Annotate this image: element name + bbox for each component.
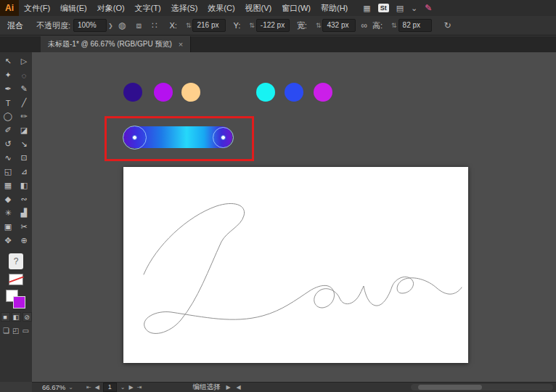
artboard-tool[interactable]: ▣ [0,220,16,234]
color-button[interactable]: ■ [1,312,10,322]
status-arrow-right-icon[interactable]: ▶ [226,384,230,391]
blend-tool[interactable]: ∾ [16,192,32,206]
pen-tool[interactable]: ✒ [0,82,16,96]
love-script-path [144,203,462,333]
height-stepper-icon[interactable]: ⇅ [391,22,397,29]
document-tab[interactable]: 未标题-1* @ 66.67% (RGB/GPU 预览) × [41,36,191,52]
menu-object[interactable]: 对象(O) [92,0,130,16]
opacity-chevron-icon[interactable]: ❯ [108,23,113,29]
menu-help[interactable]: 帮助(H) [316,0,353,16]
pattern-options-icon[interactable]: ⧈ [136,20,142,30]
artboard-number[interactable]: 1 [103,383,117,392]
free-transform-tool[interactable]: ⊡ [16,151,32,165]
height-label: 高: [372,20,383,31]
menu-file[interactable]: 文件(F) [19,0,55,16]
menu-window[interactable]: 窗口(W) [277,0,316,16]
y-input[interactable]: -122 px [256,19,290,32]
x-stepper-icon[interactable]: ⇅ [186,22,192,29]
none-color-swatch[interactable] [9,274,23,285]
opacity-input[interactable]: 100% [73,19,107,32]
draw-inside-icon[interactable]: ◰ [12,327,19,335]
scrollbar-thumb[interactable] [418,385,482,390]
screen-mode-icon[interactable]: ▭ [22,327,28,335]
menu-view[interactable]: 视图(V) [240,0,277,16]
status-bar: 66.67% ⌄ ⇤ ◀ 1 ⌄ ▶ ⇥ 编组选择 ▶ ◀ [32,382,556,392]
gradient-tool[interactable]: ◧ [16,179,32,192]
prev-artboard-icon[interactable]: ◀ [95,384,99,391]
stock-badge[interactable]: St [378,4,389,12]
artboard[interactable] [123,167,468,363]
horizontal-scrollbar[interactable] [411,384,553,391]
last-artboard-icon[interactable]: ⇥ [137,384,142,391]
column-graph-tool[interactable]: ▟ [16,206,32,220]
shape-builder-tool[interactable]: ◱ [0,165,16,179]
slice-tool[interactable]: ✂ [16,220,32,234]
menu-effect[interactable]: 效果(C) [203,0,240,16]
anchor-point-left[interactable] [132,135,137,140]
selection-tool[interactable]: ↖ [0,54,16,68]
eraser-tool[interactable]: ◪ [16,123,32,137]
artboard-chevron-icon[interactable]: ⌄ [120,384,126,391]
status-arrow-left-icon[interactable]: ◀ [237,384,241,391]
width-tool[interactable]: ∿ [0,151,16,165]
lasso-tool[interactable]: ◌ [16,68,32,82]
first-artboard-icon[interactable]: ⇤ [86,384,91,391]
color-circle-blue[interactable] [285,83,303,102]
y-label: Y: [233,21,240,30]
rotate-tool[interactable]: ↺ [0,137,16,151]
chevron-down-icon[interactable]: ⌄ [411,4,417,13]
tab-close-icon[interactable]: × [179,40,183,49]
height-input[interactable]: 82 px [398,19,432,32]
control-bar: 混合 不透明度: 100% ❯ ◍ ⧈ ∷ X: ⇅ 216 px Y: ⇅ -… [0,16,556,36]
menu-select[interactable]: 选择(S) [166,0,203,16]
help-panel-icon[interactable]: ? [9,253,23,269]
mesh-tool[interactable]: ▦ [0,179,16,192]
share-brush-icon[interactable]: ✎ [425,3,432,13]
anchor-point-right[interactable] [221,135,226,140]
width-label: 宽: [297,20,307,31]
width-input[interactable]: 432 px [322,19,356,32]
ellipse-tool[interactable]: ◯ [0,110,16,123]
app-logo: Ai [0,0,19,16]
hand-tool[interactable]: ✥ [0,234,16,248]
magic-wand-tool[interactable]: ✦ [0,68,16,82]
perspective-grid-tool[interactable]: ⊿ [16,165,32,179]
x-label: X: [170,21,177,30]
link-dimensions-icon[interactable]: ∞ [361,20,367,30]
eyedropper-tool[interactable]: ◆ [0,192,16,206]
color-circle-peach[interactable] [181,83,200,102]
gradient-button[interactable]: ◧ [12,312,21,322]
draw-normal-icon[interactable]: ❏ [3,327,9,335]
recolor-artwork-icon[interactable]: ◍ [118,20,126,30]
type-tool[interactable]: T [0,96,16,110]
workspace-switcher-icon[interactable]: ▤ [396,4,404,13]
x-input[interactable]: 216 px [192,19,226,32]
color-circle-purple[interactable] [154,83,173,102]
stroke-swatch[interactable] [13,296,25,309]
transform-icon[interactable]: ↻ [444,20,451,30]
curvature-tool[interactable]: ✎ [16,82,32,96]
line-segment-tool[interactable]: ╱ [16,96,32,110]
scale-tool[interactable]: ↘ [16,137,32,151]
menubar: Ai 文件(F) 编辑(E) 对象(O) 文字(T) 选择(S) 效果(C) 视… [0,0,556,17]
align-grid-icon[interactable]: ∷ [152,20,158,30]
zoom-level[interactable]: 66.67% [42,383,65,391]
tools-panel: ↖ ▷ ✦ ◌ ✒ ✎ T ╱ ◯ ✏ ✐ ◪ ↺ ↘ ∿ ⊡ ◱ ⊿ ▦ ◧ … [0,52,33,382]
width-stepper-icon[interactable]: ⇅ [316,22,322,29]
direct-selection-tool[interactable]: ▷ [16,54,32,68]
color-circle-cyan[interactable] [256,83,275,102]
zoom-tool[interactable]: ⊕ [16,234,32,248]
menu-edit[interactable]: 编辑(E) [55,0,92,16]
paintbrush-tool[interactable]: ✏ [16,110,32,123]
symbol-sprayer-tool[interactable]: ✳ [0,206,16,220]
y-stepper-icon[interactable]: ⇅ [249,22,255,29]
pencil-tool[interactable]: ✐ [0,123,16,137]
zoom-chevron-icon[interactable]: ⌄ [68,384,73,391]
color-circle-indigo[interactable] [123,83,142,102]
canvas[interactable] [32,52,556,382]
menu-type[interactable]: 文字(T) [130,0,166,16]
next-artboard-icon[interactable]: ▶ [129,384,134,391]
arrange-documents-icon[interactable]: ▦ [363,4,370,13]
none-button[interactable]: ⊘ [23,312,32,322]
color-circle-magenta[interactable] [314,83,332,102]
